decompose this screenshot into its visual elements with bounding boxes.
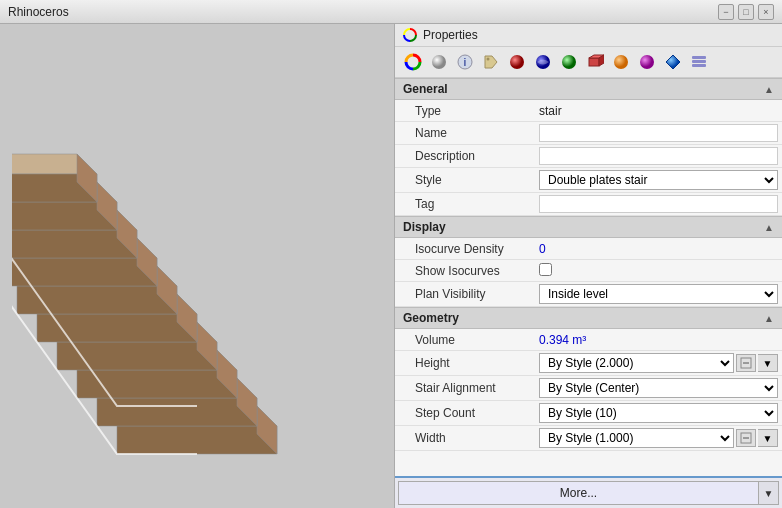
- style-row: Style Double plates stair: [395, 168, 782, 193]
- name-value-wrapper: [535, 122, 782, 144]
- tag-input[interactable]: [539, 195, 778, 213]
- viewport-panel: [0, 24, 394, 508]
- svg-text:i: i: [464, 57, 467, 68]
- svg-point-32: [432, 55, 446, 69]
- name-label: Name: [395, 124, 535, 142]
- display-label: Display: [403, 220, 446, 234]
- general-collapse-icon: ▲: [764, 84, 774, 95]
- step-count-label: Step Count: [395, 404, 535, 422]
- display-section-header[interactable]: Display ▲: [395, 216, 782, 238]
- color-wheel-button[interactable]: [401, 50, 425, 74]
- general-label: General: [403, 82, 448, 96]
- title-bar: Rhinoceros − □ ×: [0, 0, 782, 24]
- display-collapse-icon: ▲: [764, 222, 774, 233]
- svg-rect-45: [692, 56, 706, 59]
- svg-point-35: [487, 58, 490, 61]
- isocurve-density-value: 0: [535, 240, 782, 258]
- step-count-select-wrapper: By Style (10): [535, 401, 782, 425]
- more-button[interactable]: More...: [399, 482, 758, 504]
- more-row: More... ▼: [395, 476, 782, 508]
- more-select-wrapper: More... ▼: [398, 481, 779, 505]
- height-select-wrapper: By Style (2.000) ▼: [535, 351, 782, 375]
- tag-value-wrapper: [535, 193, 782, 215]
- step-count-select[interactable]: By Style (10): [539, 403, 778, 423]
- height-row: Height By Style (2.000) ▼: [395, 351, 782, 376]
- geometry-section-header[interactable]: Geometry ▲: [395, 307, 782, 329]
- geometry-collapse-icon: ▲: [764, 313, 774, 324]
- svg-point-43: [640, 55, 654, 69]
- svg-marker-19: [12, 258, 157, 286]
- volume-value: 0.394 m³: [535, 331, 782, 349]
- show-isocurves-row: Show Isocurves: [395, 260, 782, 282]
- stair-alignment-select[interactable]: By Style (Center): [539, 378, 778, 398]
- stair-alignment-label: Stair Alignment: [395, 379, 535, 397]
- properties-list: General ▲ Type stair Name Description: [395, 78, 782, 476]
- step-count-row: Step Count By Style (10): [395, 401, 782, 426]
- style-label: Style: [395, 171, 535, 189]
- svg-rect-47: [692, 64, 706, 67]
- texture-button[interactable]: [557, 50, 581, 74]
- svg-marker-44: [666, 55, 680, 69]
- properties-icon: [403, 28, 417, 42]
- svg-point-38: [562, 55, 576, 69]
- type-label: Type: [395, 102, 535, 120]
- show-isocurves-checkbox-wrapper: [535, 261, 782, 281]
- svg-marker-1: [117, 426, 277, 454]
- width-label: Width: [395, 429, 535, 447]
- plan-visibility-select-wrapper: Inside level: [535, 282, 782, 306]
- show-isocurves-label: Show Isocurves: [395, 262, 535, 280]
- stair-alignment-select-wrapper: By Style (Center): [535, 376, 782, 400]
- type-value: stair: [535, 102, 782, 120]
- layers-button[interactable]: [687, 50, 711, 74]
- style-select-wrapper: Double plates stair: [535, 168, 782, 192]
- height-label: Height: [395, 354, 535, 372]
- window-controls: − □ ×: [718, 4, 774, 20]
- height-dropdown-button[interactable]: ▼: [758, 354, 778, 372]
- plan-visibility-row: Plan Visibility Inside level: [395, 282, 782, 307]
- geometry-label: Geometry: [403, 311, 459, 325]
- width-dropdown-button[interactable]: ▼: [758, 429, 778, 447]
- tag-button[interactable]: [479, 50, 503, 74]
- more-arrow-button[interactable]: ▼: [758, 482, 778, 504]
- tag-row: Tag: [395, 193, 782, 216]
- svg-point-42: [614, 55, 628, 69]
- tag-label: Tag: [395, 195, 535, 213]
- width-row: Width By Style (1.000) ▼: [395, 426, 782, 451]
- width-select-wrapper: By Style (1.000) ▼: [535, 426, 782, 450]
- description-value-wrapper: [535, 145, 782, 167]
- volume-row: Volume 0.394 m³: [395, 329, 782, 351]
- height-edit-button[interactable]: [736, 354, 756, 372]
- width-select[interactable]: By Style (1.000): [539, 428, 734, 448]
- object-type-button[interactable]: [583, 50, 607, 74]
- type-row: Type stair: [395, 100, 782, 122]
- name-input[interactable]: [539, 124, 778, 142]
- svg-rect-39: [589, 58, 599, 66]
- general-section-header[interactable]: General ▲: [395, 78, 782, 100]
- minimize-button[interactable]: −: [718, 4, 734, 20]
- custom-button[interactable]: [661, 50, 685, 74]
- style-select[interactable]: Double plates stair: [539, 170, 778, 190]
- properties-header: Properties: [395, 24, 782, 47]
- volume-label: Volume: [395, 331, 535, 349]
- material-button[interactable]: [505, 50, 529, 74]
- light-button[interactable]: [609, 50, 633, 74]
- close-button[interactable]: ×: [758, 4, 774, 20]
- environment-button[interactable]: [531, 50, 555, 74]
- render-properties-button[interactable]: [427, 50, 451, 74]
- properties-panel: Properties: [394, 24, 782, 508]
- camera-button[interactable]: [635, 50, 659, 74]
- description-input[interactable]: [539, 147, 778, 165]
- show-isocurves-checkbox[interactable]: [539, 263, 552, 276]
- plan-visibility-select[interactable]: Inside level: [539, 284, 778, 304]
- info-button[interactable]: i: [453, 50, 477, 74]
- maximize-button[interactable]: □: [738, 4, 754, 20]
- stair-3d-view: [12, 36, 382, 496]
- isocurve-density-row: Isocurve Density 0: [395, 238, 782, 260]
- properties-title: Properties: [423, 28, 478, 42]
- height-select[interactable]: By Style (2.000): [539, 353, 734, 373]
- name-row: Name: [395, 122, 782, 145]
- description-label: Description: [395, 147, 535, 165]
- window-title: Rhinoceros: [8, 5, 69, 19]
- isocurve-density-label: Isocurve Density: [395, 240, 535, 258]
- width-edit-button[interactable]: [736, 429, 756, 447]
